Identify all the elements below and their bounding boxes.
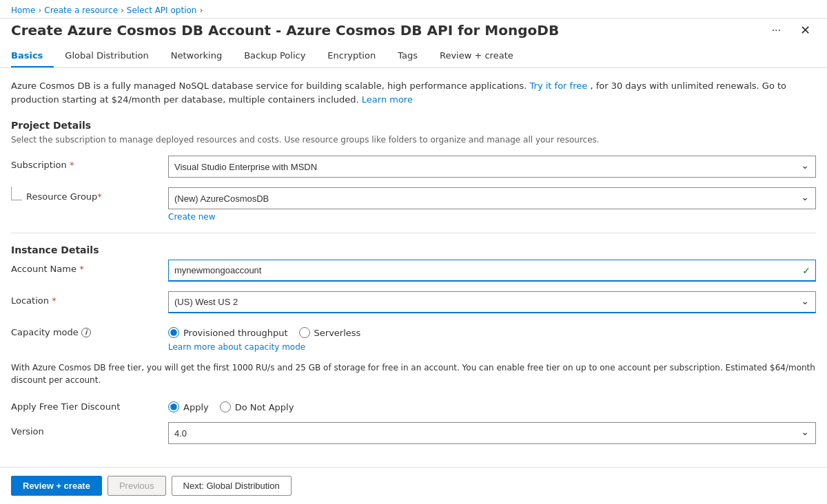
tab-networking[interactable]: Networking <box>160 45 233 67</box>
tab-basics[interactable]: Basics <box>11 45 54 67</box>
version-row: Version 4.0 <box>11 422 816 444</box>
resource-group-required: * <box>97 191 102 202</box>
provisioned-throughput-option[interactable]: Provisioned throughput <box>168 327 288 338</box>
serverless-radio[interactable] <box>299 327 310 338</box>
account-name-required: * <box>79 264 84 274</box>
divider-1 <box>11 233 816 233</box>
capacity-mode-label: Capacity mode <box>11 327 79 337</box>
account-name-input-wrapper: ✓ <box>168 260 816 282</box>
intro-text: Azure Cosmos DB is a fully managed NoSQL… <box>11 79 816 106</box>
provisioned-throughput-label: Provisioned throughput <box>183 328 288 338</box>
breadcrumb-sep3: › <box>199 6 203 15</box>
location-required: * <box>52 295 57 306</box>
main-content: Azure Cosmos DB is a fully managed NoSQL… <box>0 68 827 467</box>
capacity-mode-row: Capacity mode i Provisioned throughput S… <box>11 323 816 352</box>
tab-global-distribution[interactable]: Global Distribution <box>54 45 159 67</box>
instance-details-section: Instance Details Account Name * ✓ Locati… <box>11 244 816 352</box>
instance-details-title: Instance Details <box>11 244 816 255</box>
version-label: Version <box>11 426 44 437</box>
project-details-title: Project Details <box>11 120 816 131</box>
subscription-select[interactable]: Visual Studio Enterprise with MSDN <box>168 156 816 178</box>
apply-option[interactable]: Apply <box>168 401 209 412</box>
project-details-section: Project Details Select the subscription … <box>11 120 816 222</box>
location-select-wrapper: (US) West US 2 <box>168 291 816 313</box>
apply-label: Apply <box>183 402 209 412</box>
apply-radio[interactable] <box>168 401 179 412</box>
close-button[interactable]: ✕ <box>795 21 816 39</box>
serverless-label: Serverless <box>314 328 361 338</box>
account-name-label: Account Name <box>11 264 76 274</box>
tab-backup-policy[interactable]: Backup Policy <box>233 45 316 67</box>
breadcrumb-sep2: › <box>121 6 124 15</box>
do-not-apply-radio[interactable] <box>220 401 231 412</box>
review-create-button[interactable]: Review + create <box>11 476 102 496</box>
serverless-option[interactable]: Serverless <box>299 327 361 338</box>
breadcrumb-sep1: › <box>38 6 41 15</box>
breadcrumb: Home › Create a resource › Select API op… <box>11 6 203 15</box>
free-tier-row: Apply Free Tier Discount Apply Do Not Ap… <box>11 397 816 412</box>
capacity-mode-learn-more-link[interactable]: Learn more about capacity mode <box>168 342 816 352</box>
next-button[interactable]: Next: Global Distribution <box>172 476 292 496</box>
breadcrumb-select-api[interactable]: Select API option <box>127 6 197 15</box>
try-it-free-link[interactable]: Try it for free <box>530 81 588 91</box>
create-new-link[interactable]: Create new <box>168 212 216 222</box>
previous-button[interactable]: Previous <box>108 476 166 496</box>
version-select[interactable]: 4.0 <box>168 422 816 444</box>
subscription-select-wrapper: Visual Studio Enterprise with MSDN <box>168 156 816 178</box>
resource-group-label: Resource Group <box>26 191 97 202</box>
resource-group-select[interactable]: (New) AzureCosmosDB <box>168 187 816 209</box>
free-tier-info-text: With Azure Cosmos DB free tier, you will… <box>11 361 816 386</box>
location-row: Location * (US) West US 2 <box>11 291 816 313</box>
account-name-row: Account Name * ✓ <box>11 260 816 282</box>
subscription-label: Subscription <box>11 160 67 170</box>
tabs-bar: Basics Global Distribution Networking Ba… <box>0 45 827 68</box>
do-not-apply-label: Do Not Apply <box>235 402 294 412</box>
tab-tags[interactable]: Tags <box>387 45 429 67</box>
project-details-desc: Select the subscription to manage deploy… <box>11 135 816 145</box>
resource-group-row: Resource Group * (New) AzureCosmosDB Cre… <box>11 187 816 222</box>
learn-more-link[interactable]: Learn more <box>362 94 413 105</box>
subscription-required: * <box>70 160 74 170</box>
capacity-mode-info-icon[interactable]: i <box>81 328 91 337</box>
apply-free-tier-label: Apply Free Tier Discount <box>11 401 120 412</box>
tab-encryption[interactable]: Encryption <box>316 45 387 67</box>
version-select-wrapper: 4.0 <box>168 422 816 444</box>
account-name-input[interactable] <box>168 260 816 282</box>
location-label: Location <box>11 295 49 306</box>
do-not-apply-option[interactable]: Do Not Apply <box>220 401 294 412</box>
provisioned-throughput-radio[interactable] <box>168 327 179 338</box>
account-name-check-icon: ✓ <box>802 265 810 276</box>
tab-review-create[interactable]: Review + create <box>429 45 524 67</box>
page-title: Create Azure Cosmos DB Account - Azure C… <box>11 22 559 39</box>
resource-group-select-wrapper: (New) AzureCosmosDB <box>168 187 816 209</box>
capacity-mode-radio-group: Provisioned throughput Serverless <box>168 323 816 338</box>
breadcrumb-home[interactable]: Home <box>11 6 35 15</box>
subscription-row: Subscription * Visual Studio Enterprise … <box>11 156 816 178</box>
footer: Review + create Previous Next: Global Di… <box>0 467 827 504</box>
ellipsis-button[interactable]: ··· <box>766 21 786 39</box>
free-tier-radio-group: Apply Do Not Apply <box>168 397 816 412</box>
breadcrumb-create-resource[interactable]: Create a resource <box>44 6 118 15</box>
location-select[interactable]: (US) West US 2 <box>168 291 816 313</box>
